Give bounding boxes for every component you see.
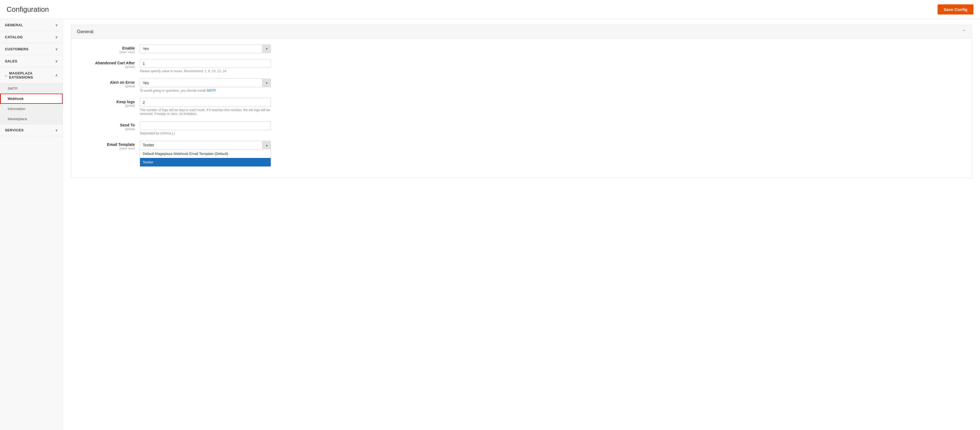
form-row-alert-on-error: Alert on Error [global] Yes No ▼ <box>80 78 963 93</box>
sidebar: GENERAL ∨ CATALOG ∨ CUSTOMERS ∨ <box>0 19 63 430</box>
send-to-hint: Separated by comma (,) <box>140 131 271 135</box>
sidebar-section-mageplaza-header[interactable]: ⌂ MAGEPLAZA EXTENSIONS ∧ <box>0 67 63 83</box>
sidebar-services-label: SERVICES <box>5 128 24 132</box>
sidebar-customers-label: CUSTOMERS <box>5 47 29 51</box>
enable-field-col: Yes No ▼ <box>140 44 271 53</box>
sidebar-section-services-header[interactable]: SERVICES ∨ <box>0 124 63 136</box>
keep-logs-hint: The number of logs will be kept in each … <box>140 108 271 116</box>
sidebar-mageplaza-body: SMTP Webhook Information Marketplace <box>0 83 63 124</box>
email-template-dropdown: Default Mageplaza Webhook Email Template… <box>140 149 271 167</box>
sidebar-section-general: GENERAL ∨ <box>0 19 63 31</box>
send-to-scope: [global] <box>80 127 135 131</box>
abandoned-cart-hint: Please specify value in hours. Recommend… <box>140 69 271 73</box>
dropdown-option-testter[interactable]: Testter <box>140 158 271 166</box>
sidebar-general-label: GENERAL <box>5 23 23 27</box>
alert-on-error-field-col: Yes No ▼ To avoid going to spambox, you … <box>140 78 271 93</box>
form-row-keep-logs: Keep logs [global] The number of logs wi… <box>80 98 963 116</box>
send-to-input[interactable] <box>140 121 271 130</box>
chevron-down-icon: ∨ <box>55 59 58 63</box>
email-template-label: Email Template <box>107 142 135 147</box>
send-to-label-col: Send To [global] <box>80 121 140 131</box>
abandoned-cart-input[interactable] <box>140 59 271 68</box>
email-template-select-wrapper: ▲ <box>140 141 271 149</box>
page-title: Configuration <box>6 5 49 14</box>
sidebar-section-customers-header[interactable]: CUSTOMERS ∨ <box>0 43 63 55</box>
alert-on-error-label: Alert on Error <box>110 80 135 85</box>
form-row-email-template: Email Template [store view] ▲ Default Ma… <box>80 141 963 167</box>
keep-logs-input[interactable] <box>140 98 271 107</box>
alert-on-error-select-wrapper: Yes No ▼ <box>140 78 271 87</box>
sidebar-section-catalog: CATALOG ∨ <box>0 31 63 43</box>
sidebar-item-webhook[interactable]: Webhook <box>0 94 63 104</box>
content-area: General ⌃ Enable [store view] Ye <box>63 19 980 430</box>
sidebar-catalog-label: CATALOG <box>5 35 23 39</box>
email-template-field-col: ▲ Default Mageplaza Webhook Email Templa… <box>140 141 271 167</box>
abandoned-cart-field-col: Please specify value in hours. Recommend… <box>140 59 271 73</box>
keep-logs-label-col: Keep logs [global] <box>80 98 140 107</box>
keep-logs-label: Keep logs <box>116 100 135 104</box>
collapse-icon[interactable]: ⌃ <box>962 29 966 35</box>
abandoned-cart-label-col: Abandoned Cart After [global] <box>80 59 140 69</box>
form-row-enable: Enable [store view] Yes No ▼ <box>80 44 963 54</box>
sidebar-section-catalog-header[interactable]: CATALOG ∨ <box>0 31 63 43</box>
alert-on-error-select[interactable]: Yes No <box>140 78 271 87</box>
alert-hint-text: To avoid going to spambox, you should in… <box>140 89 207 93</box>
email-template-input[interactable] <box>140 141 271 149</box>
smtp-link[interactable]: SMTP <box>207 89 216 93</box>
mageplaza-home-icon: ⌂ <box>5 74 7 77</box>
section-body: Enable [store view] Yes No ▼ <box>72 39 972 177</box>
alert-on-error-scope: [global] <box>80 85 135 88</box>
sidebar-sales-label: SALES <box>5 59 17 63</box>
enable-scope: [store view] <box>80 50 135 54</box>
enable-label: Enable <box>122 46 135 50</box>
enable-select[interactable]: Yes No <box>140 44 271 53</box>
email-template-scope: [store view] <box>80 147 135 150</box>
form-row-send-to: Send To [global] Separated by comma (,) <box>80 121 963 135</box>
sidebar-item-marketplace[interactable]: Marketplace <box>0 114 63 124</box>
alert-on-error-label-col: Alert on Error [global] <box>80 78 140 88</box>
alert-on-error-hint: To avoid going to spambox, you should in… <box>140 89 271 93</box>
keep-logs-scope: [global] <box>80 104 135 107</box>
send-to-field-col: Separated by comma (,) <box>140 121 271 135</box>
page-wrapper: Configuration Save Config GENERAL ∨ CATA… <box>0 0 980 430</box>
chevron-down-icon: ∨ <box>55 35 58 39</box>
general-section: General ⌃ Enable [store view] Ye <box>71 25 972 178</box>
sidebar-item-information[interactable]: Information <box>0 104 63 114</box>
chevron-up-icon: ∧ <box>55 74 58 77</box>
form-row-abandoned-cart: Abandoned Cart After [global] Please spe… <box>80 59 963 73</box>
sidebar-section-general-header[interactable]: GENERAL ∨ <box>0 19 63 31</box>
enable-label-col: Enable [store view] <box>80 44 140 54</box>
chevron-down-icon: ∨ <box>55 128 58 132</box>
page-header: Configuration Save Config <box>0 0 980 19</box>
sidebar-item-smtp[interactable]: SMTP <box>0 83 63 94</box>
main-content: GENERAL ∨ CATALOG ∨ CUSTOMERS ∨ <box>0 19 980 430</box>
keep-logs-field-col: The number of logs will be kept in each … <box>140 98 271 116</box>
chevron-down-icon: ∨ <box>55 23 58 27</box>
section-title: General <box>77 29 93 35</box>
enable-select-wrapper: Yes No ▼ <box>140 44 271 53</box>
save-config-button[interactable]: Save Config <box>938 4 974 14</box>
chevron-down-icon: ∨ <box>55 47 58 51</box>
send-to-label: Send To <box>120 123 135 127</box>
dropdown-option-default[interactable]: Default Mageplaza Webhook Email Template… <box>140 149 271 158</box>
sidebar-section-customers: CUSTOMERS ∨ <box>0 43 63 55</box>
abandoned-cart-scope: [global] <box>80 65 135 69</box>
sidebar-section-sales-header[interactable]: SALES ∨ <box>0 55 63 67</box>
sidebar-section-mageplaza: ⌂ MAGEPLAZA EXTENSIONS ∧ SMTP Webhook In… <box>0 67 63 124</box>
section-header: General ⌃ <box>72 25 972 39</box>
abandoned-cart-label: Abandoned Cart After <box>95 61 135 65</box>
email-template-label-col: Email Template [store view] <box>80 141 140 150</box>
sidebar-section-services: SERVICES ∨ <box>0 124 63 136</box>
sidebar-mageplaza-label: MAGEPLAZA EXTENSIONS <box>9 71 53 79</box>
sidebar-section-sales: SALES ∨ <box>0 55 63 67</box>
